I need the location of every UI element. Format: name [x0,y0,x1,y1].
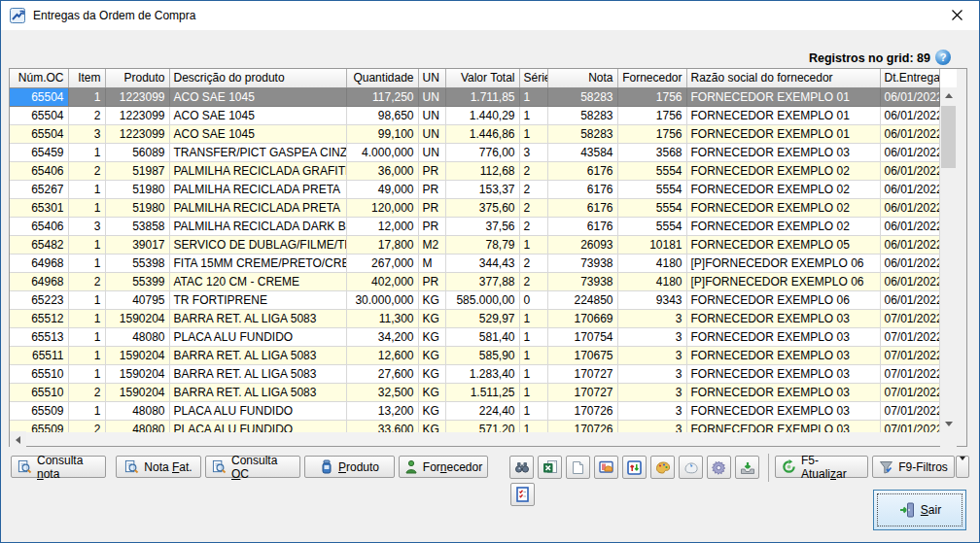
cell-nota[interactable]: 43584 [547,143,617,161]
column-header-descricao[interactable]: Descrição do produto [169,69,346,87]
cell-razao_social[interactable]: FORNECEDOR EXEMPLO 03 [686,420,880,432]
cell-fornecedor[interactable]: 4180 [617,272,686,290]
cell-valor_total[interactable]: 585.000,00 [445,290,519,309]
cell-fornecedor[interactable]: 9343 [617,290,686,309]
cell-serie[interactable]: 2 [519,217,547,235]
cell-fornecedor[interactable]: 5554 [617,161,686,180]
cell-dt_entrega[interactable]: 06/01/2022 [880,124,939,143]
cell-num_oc[interactable]: 65504 [10,87,68,106]
cell-serie[interactable]: 1 [519,401,547,420]
cell-serie[interactable]: 2 [519,180,547,198]
cell-valor_total[interactable]: 1.711,85 [445,87,519,106]
cell-dt_entrega[interactable]: 07/01/2022 [880,309,939,327]
cell-un[interactable]: UN [418,124,445,143]
close-button[interactable] [935,1,979,29]
cell-num_oc[interactable]: 65512 [10,309,68,327]
cell-valor_total[interactable]: 224,40 [445,401,519,420]
cell-quantidade[interactable]: 11,300 [346,309,418,327]
cell-valor_total[interactable]: 1.440,29 [445,106,519,124]
cell-num_oc[interactable]: 65482 [10,235,68,254]
cell-quantidade[interactable]: 30.000,000 [346,290,418,309]
cell-quantidade[interactable]: 27,600 [346,364,418,383]
cell-valor_total[interactable]: 529,97 [445,309,519,327]
cell-num_oc[interactable]: 65504 [10,106,68,124]
table-row[interactable]: 64968255399ATAC 120 CM - CREME402,000PR3… [10,272,939,290]
table-row[interactable]: 64968155398FITA 15MM CREME/PRETO/CREM/PT… [10,254,939,272]
cell-nota[interactable]: 26093 [547,235,617,254]
cell-dt_entrega[interactable]: 06/01/2022 [880,106,939,124]
cell-descricao[interactable]: ATAC 120 CM - CREME [169,272,346,290]
table-row[interactable]: 65459156089TRANSFER/PICT GASPEA CINZA/PT… [10,143,939,161]
report-button[interactable] [594,456,618,479]
cell-descricao[interactable]: ACO SAE 1045 [169,87,346,106]
cell-razao_social[interactable]: [P]FORNECEDOR EXEMPLO 06 [686,272,880,290]
cell-quantidade[interactable]: 12,600 [346,346,418,364]
cell-descricao[interactable]: PLACA ALU FUNDIDO [169,401,346,420]
cell-produto[interactable]: 1223099 [105,124,169,143]
column-header-item[interactable]: Item [68,69,105,87]
cell-razao_social[interactable]: FORNECEDOR EXEMPLO 03 [686,401,880,420]
cell-item[interactable]: 1 [68,327,105,346]
cell-num_oc[interactable]: 65301 [10,198,68,217]
cell-serie[interactable]: 1 [519,309,547,327]
cell-serie[interactable]: 2 [519,198,547,217]
cell-serie[interactable]: 1 [519,346,547,364]
cell-un[interactable]: PR [418,198,445,217]
cell-dt_entrega[interactable]: 06/01/2022 [880,87,939,106]
cell-dt_entrega[interactable]: 07/01/2022 [880,327,939,346]
cell-item[interactable]: 3 [68,217,105,235]
cell-dt_entrega[interactable]: 06/01/2022 [880,180,939,198]
table-row[interactable]: 65406353858PALMILHA RECICLADA DARK BLUE1… [10,217,939,235]
cell-produto[interactable]: 48080 [105,401,169,420]
f9-filtros-button[interactable]: F9-Filtros [872,456,955,478]
cell-descricao[interactable]: SERVICO DE DUBLAG/FILME/TRANSF [169,235,346,254]
cell-dt_entrega[interactable]: 07/01/2022 [880,420,939,432]
cell-item[interactable]: 1 [68,290,105,309]
cell-valor_total[interactable]: 153,37 [445,180,519,198]
cell-serie[interactable]: 2 [519,254,547,272]
table-row[interactable]: 6551211590204BARRA RET. AL LIGA 508311,3… [10,309,939,327]
cell-razao_social[interactable]: FORNECEDOR EXEMPLO 02 [686,198,880,217]
cell-quantidade[interactable]: 32,500 [346,383,418,401]
cell-item[interactable]: 1 [68,180,105,198]
cell-nota[interactable]: 58283 [547,87,617,106]
cell-produto[interactable]: 53858 [105,217,169,235]
column-header-num_oc[interactable]: Núm.OC [10,69,68,87]
cell-item[interactable]: 3 [68,124,105,143]
column-header-razao_social[interactable]: Razão social do fornecedor [686,69,880,87]
cell-item[interactable]: 1 [68,235,105,254]
cell-item[interactable]: 1 [68,87,105,106]
cell-quantidade[interactable]: 4.000,000 [346,143,418,161]
cell-dt_entrega[interactable]: 06/01/2022 [880,217,939,235]
scroll-up-icon[interactable] [940,87,957,104]
cell-serie[interactable]: 1 [519,124,547,143]
cell-valor_total[interactable]: 1.511,25 [445,383,519,401]
cell-fornecedor[interactable]: 5554 [617,180,686,198]
cell-item[interactable]: 2 [68,383,105,401]
cell-item[interactable]: 2 [68,161,105,180]
cell-descricao[interactable]: ACO SAE 1045 [169,106,346,124]
cell-nota[interactable]: 73938 [547,254,617,272]
cell-produto[interactable]: 39017 [105,235,169,254]
excel-export-button[interactable] [538,456,562,479]
cell-num_oc[interactable]: 65406 [10,217,68,235]
cell-un[interactable]: KG [418,364,445,383]
cell-dt_entrega[interactable]: 06/01/2022 [880,161,939,180]
cell-descricao[interactable]: BARRA RET. AL LIGA 5083 [169,309,346,327]
cell-fornecedor[interactable]: 3 [617,383,686,401]
cell-quantidade[interactable]: 402,000 [346,272,418,290]
cell-quantidade[interactable]: 17,800 [346,235,418,254]
table-row[interactable]: 6551011590204BARRA RET. AL LIGA 508327,6… [10,364,939,383]
cell-produto[interactable]: 55398 [105,254,169,272]
table-row[interactable]: 65406251987PALMILHA RECICLADA GRAFITE36,… [10,161,939,180]
cell-un[interactable]: KG [418,346,445,364]
cell-serie[interactable]: 1 [519,327,547,346]
cell-valor_total[interactable]: 1.446,86 [445,124,519,143]
cell-item[interactable]: 2 [68,272,105,290]
cell-quantidade[interactable]: 98,650 [346,106,418,124]
cell-quantidade[interactable]: 33,600 [346,420,418,432]
cell-fornecedor[interactable]: 1756 [617,106,686,124]
cell-produto[interactable]: 51980 [105,180,169,198]
cell-dt_entrega[interactable]: 06/01/2022 [880,143,939,161]
consulta-nota-button[interactable]: Consulta nota [11,456,106,478]
